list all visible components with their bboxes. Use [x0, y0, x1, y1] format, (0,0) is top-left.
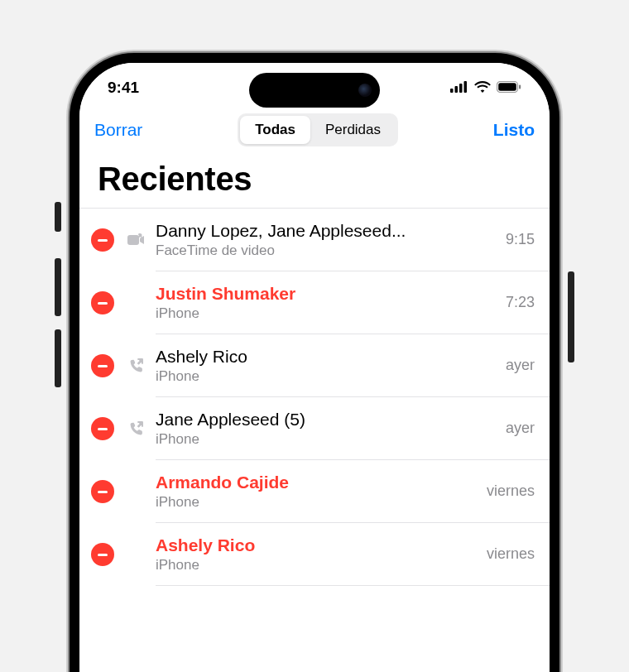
camera-icon	[358, 84, 372, 97]
battery-icon	[497, 79, 521, 97]
call-row[interactable]: Danny Lopez, Jane Appleseed... FaceTime …	[79, 209, 550, 271]
dynamic-island	[249, 73, 380, 108]
status-time: 9:41	[108, 79, 139, 97]
clear-button[interactable]: Borrar	[94, 120, 142, 140]
delete-button[interactable]	[91, 417, 114, 440]
nav-bar: Borrar Todas Perdidas Listo	[79, 113, 550, 156]
call-subtext: iPhone	[156, 305, 496, 322]
call-name: Jane Appleseed (5)	[156, 410, 496, 430]
phone-outgoing-icon	[126, 358, 147, 374]
call-time: ayer	[506, 420, 535, 437]
phone-outgoing-icon	[126, 420, 147, 437]
call-time: viernes	[487, 482, 535, 500]
recents-list: Danny Lopez, Jane Appleseed... FaceTime …	[79, 208, 550, 586]
call-row[interactable]: Armando Cajide iPhone viernes	[79, 460, 550, 523]
phone-frame: 9:41	[70, 53, 559, 672]
svg-rect-6	[519, 85, 521, 89]
delete-button[interactable]	[91, 291, 114, 314]
svg-rect-0	[450, 89, 454, 93]
cellular-icon	[450, 79, 468, 97]
call-subtext: iPhone	[156, 494, 477, 511]
delete-button[interactable]	[91, 480, 114, 503]
call-row[interactable]: Ashely Rico iPhone ayer	[79, 334, 550, 397]
call-time: viernes	[487, 545, 535, 563]
call-time: 7:23	[506, 294, 535, 311]
call-name: Ashely Rico	[156, 347, 496, 367]
delete-button[interactable]	[91, 543, 114, 566]
page-title: Recientes	[79, 156, 550, 208]
video-outgoing-icon	[126, 233, 147, 247]
svg-rect-5	[498, 83, 516, 91]
call-name: Justin Shumaker	[156, 284, 496, 304]
call-subtext: iPhone	[156, 431, 496, 448]
call-name: Ashely Rico	[156, 535, 477, 555]
delete-button[interactable]	[91, 228, 114, 252]
done-button[interactable]: Listo	[493, 120, 535, 140]
call-subtext: iPhone	[156, 368, 496, 385]
call-name: Armando Cajide	[156, 473, 477, 492]
tab-all[interactable]: Todas	[240, 116, 310, 144]
delete-button[interactable]	[91, 354, 114, 377]
wifi-icon	[474, 79, 491, 97]
call-subtext: iPhone	[156, 557, 477, 574]
segmented-control[interactable]: Todas Perdidas	[238, 113, 398, 146]
call-time: ayer	[506, 357, 535, 374]
tab-missed[interactable]: Perdidas	[310, 116, 396, 144]
call-name: Danny Lopez, Jane Appleseed...	[156, 221, 496, 241]
svg-rect-7	[127, 235, 139, 245]
call-row[interactable]: Justin Shumaker iPhone 7:23	[79, 271, 550, 334]
svg-rect-3	[464, 81, 468, 93]
svg-rect-2	[459, 84, 463, 93]
call-row[interactable]: Jane Appleseed (5) iPhone ayer	[79, 397, 550, 460]
call-row[interactable]: Ashely Rico iPhone viernes	[79, 523, 550, 586]
svg-rect-1	[455, 86, 459, 93]
call-time: 9:15	[506, 231, 535, 248]
call-subtext: FaceTime de video	[156, 242, 496, 259]
